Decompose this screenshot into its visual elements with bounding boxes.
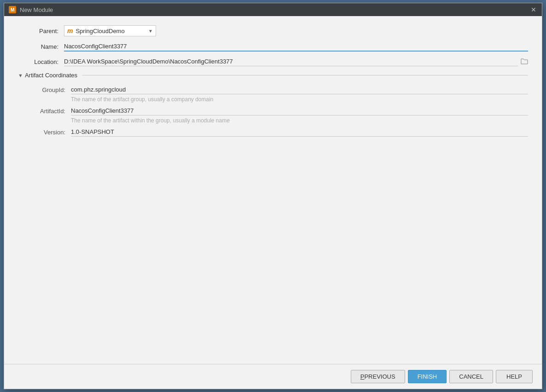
groupid-input[interactable] bbox=[71, 85, 528, 94]
cancel-label: CANCEL bbox=[459, 373, 483, 380]
browse-folder-icon[interactable] bbox=[521, 58, 528, 66]
artifactid-input[interactable] bbox=[71, 106, 528, 115]
dialog-title: New Module bbox=[20, 6, 53, 13]
version-input[interactable] bbox=[71, 127, 528, 137]
previous-label: PPREVIOUS bbox=[360, 373, 395, 380]
parent-icon: m bbox=[67, 27, 73, 35]
groupid-field: The name of the artifact group, usually … bbox=[71, 85, 528, 103]
parent-row: Parent: m SpringCloudDemo ▼ bbox=[18, 25, 528, 36]
artifact-section-header: ▼ Artifact Coordinates bbox=[18, 72, 528, 79]
svg-text:M: M bbox=[11, 7, 14, 12]
cancel-button[interactable]: CANCEL bbox=[449, 370, 493, 383]
parent-control: m SpringCloudDemo ▼ bbox=[64, 25, 528, 36]
name-input[interactable] bbox=[64, 42, 528, 52]
version-label: Version: bbox=[18, 127, 71, 136]
section-divider bbox=[82, 75, 528, 75]
chevron-down-icon: ▼ bbox=[148, 29, 153, 34]
groupid-row: GroupId: The name of the artifact group,… bbox=[18, 85, 528, 103]
artifactid-label: ArtifactId: bbox=[18, 106, 71, 115]
artifactid-row: ArtifactId: The name of the artifact wit… bbox=[18, 106, 528, 124]
name-control bbox=[64, 42, 528, 52]
parent-label: Parent: bbox=[18, 28, 64, 35]
finish-button[interactable]: FINISH bbox=[408, 370, 447, 383]
previous-button[interactable]: PPREVIOUS bbox=[351, 370, 405, 383]
help-label: HELP bbox=[506, 373, 522, 380]
location-control bbox=[64, 57, 528, 66]
artifactid-hint: The name of the artifact within the grou… bbox=[71, 117, 528, 124]
section-toggle-icon[interactable]: ▼ bbox=[18, 73, 23, 78]
location-input[interactable] bbox=[64, 57, 518, 66]
title-bar-left: M New Module bbox=[9, 6, 53, 13]
dialog-body: Parent: m SpringCloudDemo ▼ Name: Locati… bbox=[4, 16, 542, 364]
version-row: Version: bbox=[18, 127, 528, 138]
title-bar: M New Module ✕ bbox=[4, 3, 542, 16]
artifactid-field: The name of the artifact within the grou… bbox=[71, 106, 528, 124]
help-button[interactable]: HELP bbox=[496, 370, 533, 383]
parent-dropdown[interactable]: m SpringCloudDemo ▼ bbox=[64, 25, 156, 36]
finish-label: FINISH bbox=[418, 373, 437, 380]
dialog-icon: M bbox=[9, 6, 16, 13]
close-button[interactable]: ✕ bbox=[530, 6, 537, 13]
version-field bbox=[71, 127, 528, 138]
name-row: Name: bbox=[18, 42, 528, 52]
groupid-label: GroupId: bbox=[18, 85, 71, 93]
parent-dropdown-value: SpringCloudDemo bbox=[76, 28, 148, 35]
location-label: Location: bbox=[18, 58, 64, 65]
location-row: Location: bbox=[18, 57, 528, 66]
artifact-section-title: Artifact Coordinates bbox=[25, 72, 77, 79]
groupid-hint: The name of the artifact group, usually … bbox=[71, 96, 528, 103]
new-module-dialog: M New Module ✕ Parent: m SpringCloudDemo… bbox=[4, 3, 542, 389]
dialog-footer: PPREVIOUS FINISH CANCEL HELP bbox=[4, 364, 542, 389]
name-label: Name: bbox=[18, 43, 64, 50]
